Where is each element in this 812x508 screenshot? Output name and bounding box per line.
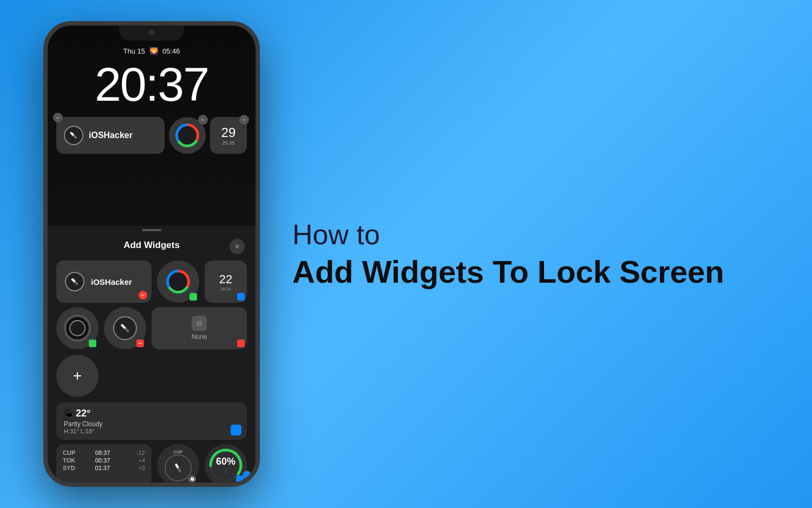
remove-widget3-btn[interactable]: − <box>239 115 249 125</box>
plus-icon: + <box>73 367 82 385</box>
none-label: None <box>192 333 207 341</box>
compass-widget[interactable]: ✏ <box>104 307 146 349</box>
phone-notch <box>119 25 184 41</box>
lock-screen: Thu 15 🌄 05:46 20:37 iOSHacker − − <box>48 25 256 226</box>
panel-title: Add Widgets <box>123 240 180 251</box>
offset-syd: +5 <box>130 465 145 471</box>
activity-ring <box>175 123 199 147</box>
ioshacker-panel-label: iOSHacker <box>91 277 132 286</box>
none-cal-badge <box>237 340 245 347</box>
weather-temp: 22° <box>76 408 90 419</box>
close-panel-btn[interactable]: × <box>230 239 245 254</box>
lock-screen-clock: 20:37 <box>95 61 208 108</box>
city-cup: CUP <box>63 450 75 456</box>
green-badge <box>189 293 197 301</box>
calendar-panel-num: 22 <box>219 272 232 286</box>
widget-grid-row2: ✏ ⊟ None + ✓ <box>48 307 256 397</box>
clock-row-tok: TOK 00:37 +4 <box>63 457 145 464</box>
power-button <box>259 90 260 123</box>
article-subtitle: How to <box>292 219 769 250</box>
compass-panel-needle <box>71 278 78 285</box>
weather-widget[interactable]: 🌤 22° Partly Cloudy H:31° L:18° <box>56 402 247 440</box>
camera-dot <box>149 30 154 35</box>
remove-widget1-btn[interactable]: − <box>53 113 63 122</box>
edit-badge-1: ✏ <box>139 291 147 299</box>
status-date: Thu 15 <box>123 47 145 55</box>
compass-cup-widget[interactable]: CUP 🕐 <box>157 444 199 486</box>
none-widget-content: ⊟ None <box>192 316 207 341</box>
activity-panel-widget[interactable] <box>157 260 199 303</box>
time-syd: 01:37 <box>95 465 110 471</box>
status-bar: Thu 15 🌄 05:46 <box>123 47 180 55</box>
none-widget[interactable]: ⊟ None <box>152 307 247 349</box>
compass-icon <box>64 126 83 145</box>
article-title: Add Widgets To Lock Screen <box>292 255 769 289</box>
green-badge-watch <box>89 340 96 347</box>
article-content: How to Add Widgets To Lock Screen <box>260 219 769 289</box>
calendar-widget[interactable]: 29 25 35 − <box>210 117 247 154</box>
weather-range: H:31° L:18° <box>64 428 239 434</box>
city-syd: SYD <box>63 465 75 471</box>
status-time: 05:46 <box>162 47 180 55</box>
calendar-number: 29 <box>221 125 236 140</box>
calendar-panel-widget[interactable]: 22 18 31 <box>205 260 247 303</box>
activity-panel-ring <box>166 270 190 294</box>
weather-blue-badge <box>231 425 241 435</box>
offset-tok: +4 <box>130 457 145 464</box>
cup-clock-badge: 🕐 <box>188 476 196 483</box>
status-icon: 🌄 <box>149 47 158 55</box>
compass-needle <box>70 132 77 139</box>
widget-grid-row1: iOSHacker ✏ 22 18 31 <box>48 256 256 307</box>
blue-badge-cal <box>237 293 245 301</box>
red-pencil-badge: ✏ <box>136 340 144 347</box>
add-widget-btn[interactable]: + ✓ <box>56 355 99 397</box>
watch-widget[interactable] <box>56 307 99 349</box>
compass-cup-circle <box>165 454 192 481</box>
remove-widget2-btn[interactable]: − <box>198 115 208 125</box>
clock-row-syd: SYD 01:37 +5 <box>63 465 145 471</box>
weather-icon: 🌤 <box>64 409 73 419</box>
world-clock-widget[interactable]: CUP 08:37 -12 TOK 00:37 +4 SYD 01:37 +5 <box>56 444 152 486</box>
time-cup: 08:37 <box>95 450 110 456</box>
none-icon: ⊟ <box>192 316 207 331</box>
volume-up-button <box>43 80 44 95</box>
offset-cup: -12 <box>130 450 145 456</box>
calendar-panel-sub: 18 31 <box>220 286 231 291</box>
compass-panel-icon <box>65 272 84 291</box>
volume-down-button <box>43 101 44 116</box>
compass-widget-needle <box>121 324 130 333</box>
add-widgets-panel: Add Widgets × iOSHacker ✏ 22 <box>48 226 256 483</box>
weather-desc: Partly Cloudy <box>64 420 239 428</box>
clock-row-cup: CUP 08:37 -12 <box>63 450 145 456</box>
mute-button <box>43 63 44 73</box>
phone-frame: Thu 15 🌄 05:46 20:37 iOSHacker − − <box>43 21 260 487</box>
ioshacker-label: iOSHacker <box>89 131 133 140</box>
phone-mockup: Thu 15 🌄 05:46 20:37 iOSHacker − − <box>43 21 260 487</box>
watch-face-icon <box>64 315 91 342</box>
widget-grid-row3: CUP 08:37 -12 TOK 00:37 +4 SYD 01:37 +5 <box>48 444 256 486</box>
cup-compass-needle <box>175 463 181 473</box>
compass-widget-icon <box>113 316 137 340</box>
panel-header: Add Widgets × <box>48 231 256 256</box>
calendar-sub: 25 35 <box>222 140 235 146</box>
cup-label: CUP <box>174 450 183 454</box>
stats-globe-badge <box>243 471 251 479</box>
ioshacker-widget[interactable]: iOSHacker − <box>56 117 165 154</box>
watch-inner-ring <box>69 320 86 336</box>
activity-widget[interactable]: − <box>169 117 206 154</box>
battery-ring-widget[interactable]: 60% ↑ <box>205 444 247 486</box>
ioshacker-panel-widget[interactable]: iOSHacker ✏ <box>56 260 152 303</box>
time-tok: 00:37 <box>95 457 110 464</box>
city-tok: TOK <box>63 457 75 464</box>
lock-screen-widget-row: iOSHacker − − 29 25 35 − <box>48 117 256 154</box>
weather-header: 🌤 22° <box>64 408 239 419</box>
